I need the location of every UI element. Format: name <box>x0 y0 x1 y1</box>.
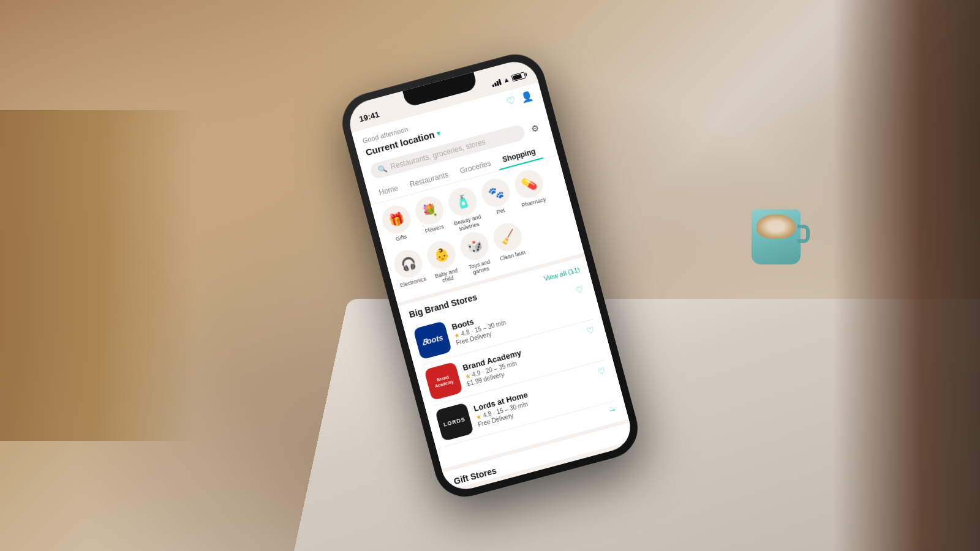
gift-stores-title: Gift Stores <box>453 466 497 487</box>
search-icon: 🔍 <box>377 164 388 174</box>
electronics-icon: 🎧 <box>391 246 425 280</box>
favorites-icon[interactable]: ♡ <box>505 94 516 108</box>
coffee-cup <box>748 209 804 277</box>
battery-icon <box>511 72 526 81</box>
pharmacy-label: Pharmacy <box>521 196 547 209</box>
status-time: 19:41 <box>358 110 380 124</box>
status-icons: ▲ <box>491 71 526 87</box>
cleaning-icon: 🧹 <box>491 220 525 254</box>
pharmacy-icon: 💊 <box>511 167 546 201</box>
lords-logo: LORDS <box>435 403 474 442</box>
baby-icon: 👶 <box>424 238 458 272</box>
toys-icon: 🎲 <box>457 228 491 263</box>
wifi-icon: ▲ <box>502 75 511 84</box>
signal-icon <box>491 78 502 87</box>
gifts-icon: 🎁 <box>379 202 413 236</box>
boots-favorite-icon[interactable]: ♡ <box>575 284 585 296</box>
boots-logo: 𝓑oots <box>413 321 452 360</box>
profile-icon[interactable]: 👤 <box>519 89 534 104</box>
flowers-label: Flowers <box>424 223 445 235</box>
wall-right <box>833 0 980 551</box>
brand-academy-favorite-icon[interactable]: ♡ <box>586 324 596 336</box>
brand-academy-logo-text: BrandAcademy <box>433 373 454 389</box>
pet-icon: 🐾 <box>478 176 513 210</box>
chair-left <box>0 110 196 441</box>
beauty-icon: 🧴 <box>445 184 480 219</box>
lords-logo-text: LORDS <box>443 416 466 428</box>
boots-logo-text: 𝓑oots <box>421 333 444 348</box>
arrow-right-icon: → <box>606 403 619 417</box>
location-chevron-icon: ▾ <box>435 129 441 138</box>
view-all-link[interactable]: View all (11) <box>543 266 581 282</box>
cleaning-label: Clean laun <box>499 249 526 263</box>
gifts-label: Gifts <box>395 233 408 242</box>
electronics-label: Electronics <box>399 276 427 289</box>
brand-academy-logo: BrandAcademy <box>424 362 463 401</box>
toys-label: Toys and games <box>463 257 497 278</box>
flowers-icon: 💐 <box>412 193 447 228</box>
lords-favorite-icon[interactable]: ♡ <box>597 365 607 377</box>
boots-separator: · <box>470 328 474 335</box>
filter-icon[interactable]: ⚙ <box>527 119 543 137</box>
baby-label: Baby and child <box>430 266 464 287</box>
pet-label: Pet <box>496 207 506 216</box>
